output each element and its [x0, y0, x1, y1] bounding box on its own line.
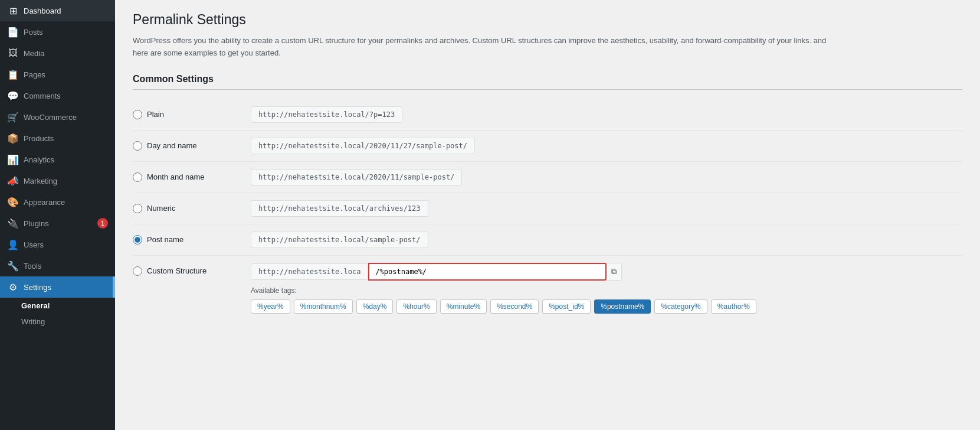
tag-btn-author[interactable]: %author%	[711, 299, 756, 314]
permalink-row-plain: Plain http://nehatestsite.local/?p=123	[133, 99, 962, 131]
tags-row: %year%%monthnum%%day%%hour%%minute%%seco…	[251, 299, 756, 314]
tag-btn-day[interactable]: %day%	[356, 299, 394, 314]
settings-icon: ⚙	[7, 281, 19, 293]
permalink-options: Plain http://nehatestsite.local/?p=123 D…	[133, 99, 962, 256]
custom-structure-input-wrapper	[368, 263, 607, 281]
sidebar-label-users: Users	[24, 240, 44, 249]
custom-structure-label: Custom Structure	[147, 266, 207, 275]
tag-btn-postname[interactable]: %postname%	[594, 299, 651, 314]
custom-structure-value: http://nehatestsite.loca ⧉ Available tag…	[251, 263, 756, 314]
radio-custom-structure[interactable]	[133, 266, 142, 276]
page-description: WordPress offers you the ability to crea…	[133, 35, 841, 60]
users-icon: 👤	[7, 239, 19, 250]
radio-day_and_name[interactable]	[133, 141, 142, 151]
common-settings-title: Common Settings	[133, 74, 962, 90]
sidebar-item-woocommerce[interactable]: 🛒 WooCommerce	[0, 106, 115, 128]
analytics-icon: 📊	[7, 154, 19, 165]
custom-structure-base-url: http://nehatestsite.loca	[251, 263, 368, 280]
url-post_name: http://nehatestsite.local/sample-post/	[251, 232, 428, 248]
sidebar-sub-general[interactable]: General	[0, 298, 115, 314]
sidebar-label-media: Media	[24, 49, 44, 58]
custom-structure-row: Custom Structure http://nehatestsite.loc…	[133, 256, 962, 321]
url-day_and_name: http://nehatestsite.local/2020/11/27/sam…	[251, 138, 475, 154]
sidebar-label-plugins: Plugins	[24, 219, 49, 228]
plugins-badge: 1	[97, 218, 108, 229]
sidebar-label-tools: Tools	[24, 262, 41, 271]
marketing-icon: 📣	[7, 175, 19, 187]
sidebar-item-comments[interactable]: 💬 Comments	[0, 85, 115, 106]
sidebar-label-products: Products	[24, 134, 54, 143]
sidebar-label-marketing: Marketing	[24, 177, 57, 185]
radio-plain[interactable]	[133, 110, 142, 119]
permalink-row-post_name: Post name http://nehatestsite.local/samp…	[133, 224, 962, 256]
sidebar-item-marketing[interactable]: 📣 Marketing	[0, 170, 115, 191]
url-numeric: http://nehatestsite.local/archives/123	[251, 200, 428, 217]
label-post_name: Post name	[147, 235, 183, 244]
sidebar-label-dashboard: Dashboard	[24, 6, 61, 15]
main-content: Permalink Settings WordPress offers you …	[115, 0, 980, 430]
sidebar-item-settings[interactable]: ⚙ Settings	[0, 276, 115, 298]
sidebar-label-comments: Comments	[24, 92, 61, 100]
radio-numeric[interactable]	[133, 204, 142, 213]
plugins-icon: 🔌	[7, 217, 19, 229]
sidebar-item-media[interactable]: 🖼 Media	[0, 43, 115, 64]
sidebar: ⊞ Dashboard 📄 Posts 🖼 Media 📋 Pages 💬 Co…	[0, 0, 115, 430]
custom-structure-inputs: http://nehatestsite.loca ⧉	[251, 263, 756, 281]
permalink-row-numeric: Numeric http://nehatestsite.local/archiv…	[133, 193, 962, 224]
label-month_and_name: Month and name	[147, 172, 205, 181]
sidebar-item-dashboard[interactable]: ⊞ Dashboard	[0, 0, 115, 21]
url-month_and_name: http://nehatestsite.local/2020/11/sample…	[251, 169, 462, 185]
comments-icon: 💬	[7, 90, 19, 102]
sidebar-label-settings: Settings	[24, 283, 51, 292]
tag-btn-minute[interactable]: %minute%	[440, 299, 487, 314]
sidebar-item-plugins[interactable]: 🔌 Plugins 1	[0, 213, 115, 234]
woocommerce-icon: 🛒	[7, 111, 19, 123]
sidebar-label-analytics: Analytics	[24, 155, 54, 164]
tag-btn-category[interactable]: %category%	[654, 299, 707, 314]
appearance-icon: 🎨	[7, 196, 19, 208]
label-plain: Plain	[147, 110, 164, 119]
products-icon: 📦	[7, 132, 19, 144]
sidebar-item-users[interactable]: 👤 Users	[0, 234, 115, 255]
sidebar-label-appearance: Appearance	[24, 198, 65, 207]
label-numeric: Numeric	[147, 204, 175, 213]
permalink-row-month_and_name: Month and name http://nehatestsite.local…	[133, 162, 962, 193]
sidebar-item-analytics[interactable]: 📊 Analytics	[0, 149, 115, 170]
tools-icon: 🔧	[7, 260, 19, 272]
radio-post_name[interactable]	[133, 235, 142, 245]
posts-icon: 📄	[7, 26, 19, 38]
pages-icon: 📋	[7, 69, 19, 80]
sidebar-label-pages: Pages	[24, 70, 45, 79]
tag-btn-monthnum[interactable]: %monthnum%	[294, 299, 353, 314]
custom-structure-input[interactable]	[369, 264, 605, 279]
sidebar-item-products[interactable]: 📦 Products	[0, 128, 115, 149]
media-icon: 🖼	[7, 47, 19, 59]
available-tags-label: Available tags:	[251, 286, 756, 295]
url-plain: http://nehatestsite.local/?p=123	[251, 106, 402, 123]
page-title: Permalink Settings	[133, 12, 962, 28]
tag-btn-year[interactable]: %year%	[251, 299, 290, 314]
radio-month_and_name[interactable]	[133, 172, 142, 182]
sidebar-item-appearance[interactable]: 🎨 Appearance	[0, 191, 115, 213]
label-day_and_name: Day and name	[147, 141, 197, 150]
permalink-row-day_and_name: Day and name http://nehatestsite.local/2…	[133, 131, 962, 162]
sidebar-label-woocommerce: WooCommerce	[24, 113, 77, 122]
sidebar-item-posts[interactable]: 📄 Posts	[0, 21, 115, 43]
sidebar-item-pages[interactable]: 📋 Pages	[0, 64, 115, 85]
tag-btn-second[interactable]: %second%	[490, 299, 539, 314]
sidebar-label-posts: Posts	[24, 28, 43, 37]
dashboard-icon: ⊞	[7, 5, 19, 17]
tag-btn-hour[interactable]: %hour%	[396, 299, 436, 314]
tag-btn-post_id[interactable]: %post_id%	[542, 299, 591, 314]
copy-button[interactable]: ⧉	[607, 263, 622, 281]
sidebar-sub-writing[interactable]: Writing	[0, 314, 115, 330]
sidebar-item-tools[interactable]: 🔧 Tools	[0, 255, 115, 276]
